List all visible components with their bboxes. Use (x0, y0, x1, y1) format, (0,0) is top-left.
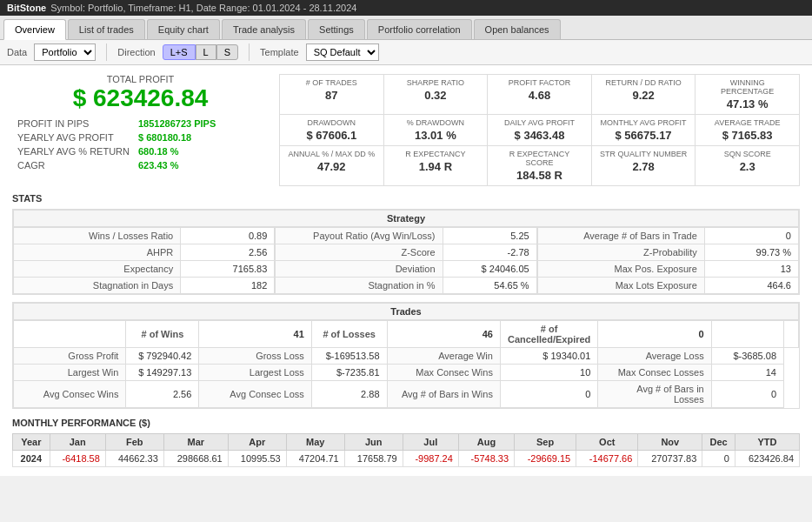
col-nov: Nov (638, 434, 702, 451)
monthly-title: MONTHLY PERFORMANCE ($) (12, 418, 800, 428)
stat-num-trades: # OF TRADES 87 (280, 75, 384, 114)
data-label: Data (7, 47, 27, 57)
tab-nav: Overview List of trades Equity chart Tra… (0, 16, 812, 40)
stat-annual-maxdd: ANNUAL % / MAX DD % 47.92 (280, 146, 384, 185)
stats-row-2: DRAWDOWN $ 67606.1 % DRAWDOWN 13.01 % DA… (280, 115, 799, 146)
data-select[interactable]: Portfolio (34, 44, 96, 61)
trades-section: Trades # of Wins 41 # of Losses 46 # of … (12, 302, 800, 409)
stat-str-quality: STR QUALITY NUMBER 2.78 (592, 146, 696, 185)
template-label: Template (260, 47, 299, 57)
total-profit-label: TOTAL PROFIT (12, 74, 269, 84)
direction-group: L+S L S (163, 44, 238, 60)
col-apr: Apr (228, 434, 286, 451)
app-name: BitStone (7, 3, 46, 13)
table-row: Payout Ratio (Avg Win/Loss) 5.25 (276, 228, 536, 244)
stat-winning-pct: WINNING PERCENTAGE 47.13 % (696, 75, 799, 114)
col-sep: Sep (515, 434, 576, 451)
direction-label: Direction (117, 47, 155, 57)
table-row: AHPR 2.56 (14, 244, 275, 261)
stats-row-3: ANNUAL % / MAX DD % 47.92 R EXPECTANCY 1… (280, 146, 799, 185)
stat-avg-trade: AVERAGE TRADE $ 7165.83 (696, 115, 799, 145)
toolbar: Data Portfolio Direction L+S L S Templat… (0, 40, 812, 65)
col-year: Year (13, 434, 50, 451)
stat-profit-factor: PROFIT FACTOR 4.68 (488, 75, 592, 114)
separator (106, 44, 107, 61)
table-row: Stagnation in % 54.65 % (276, 278, 536, 294)
stat-drawdown: DRAWDOWN $ 67606.1 (280, 115, 384, 145)
col-jul: Jul (403, 434, 458, 451)
stats-grid: # OF TRADES 87 SHARPE RATIO 0.32 PROFIT … (279, 74, 800, 186)
profit-pips-label: PROFIT IN PIPS (14, 117, 133, 130)
yearly-avg-label: YEARLY AVG PROFIT (14, 131, 133, 144)
col-ytd: YTD (735, 434, 799, 451)
stats-title: STATS (12, 193, 800, 204)
tab-open-balances[interactable]: Open balances (474, 19, 561, 39)
title-info: Symbol: Portfolio, Timeframe: H1, Date R… (50, 3, 356, 13)
col-aug: Aug (458, 434, 514, 451)
stat-sharpe: SHARPE RATIO 0.32 (384, 75, 489, 114)
table-row: Z-Probability 99.73 % (537, 244, 798, 261)
tab-portfolio-correlation[interactable]: Portfolio correlation (367, 19, 472, 39)
yearly-return-label: YEARLY AVG % RETURN (14, 145, 133, 157)
table-row: Average # of Bars in Trade 0 (537, 228, 798, 244)
summary-left: TOTAL PROFIT $ 623426.84 PROFIT IN PIPS … (12, 74, 269, 186)
dir-btn-s[interactable]: S (216, 44, 238, 60)
stat-daily-avg: DAILY AVG PROFIT $ 3463.48 (488, 115, 592, 145)
tab-overview[interactable]: Overview (3, 19, 66, 40)
dir-btn-l[interactable]: L (196, 44, 216, 60)
table-row: Largest Win $ 149297.13 Largest Loss $-7… (14, 365, 799, 381)
stat-sqn-score: SQN SCORE 2.3 (696, 146, 799, 185)
table-row: Max Lots Exposure 464.6 (537, 278, 798, 294)
dir-btn-ls[interactable]: L+S (163, 44, 196, 60)
tab-equity-chart[interactable]: Equity chart (147, 19, 220, 39)
stats-row-1: # OF TRADES 87 SHARPE RATIO 0.32 PROFIT … (280, 75, 799, 115)
strategy-col2: Payout Ratio (Avg Win/Loss) 5.25 Z-Score… (275, 227, 536, 294)
col-jan: Jan (50, 434, 105, 451)
cagr-value: 623.43 % (135, 159, 219, 171)
cagr-label: CAGR (14, 159, 133, 171)
stat-pct-drawdown: % DRAWDOWN 13.01 % (384, 115, 489, 145)
summary-sub-table: PROFIT IN PIPS 1851286723 PIPS YEARLY AV… (12, 116, 221, 173)
stat-return-dd: RETURN / DD RATIO 9.22 (592, 75, 696, 114)
col-feb: Feb (105, 434, 163, 451)
table-row: Max Pos. Exposure 13 (537, 261, 798, 278)
main-content: TOTAL PROFIT $ 623426.84 PROFIT IN PIPS … (0, 65, 812, 476)
tab-trade-analysis[interactable]: Trade analysis (222, 19, 306, 39)
table-row: Expectancy 7165.83 (14, 261, 275, 278)
strategy-title: Strategy (13, 210, 799, 227)
monthly-section: MONTHLY PERFORMANCE ($) Year Jan Feb Mar… (12, 418, 800, 467)
table-row: Wins / Losses Ratio 0.89 (14, 228, 275, 244)
table-row: Stagnation in Days 182 (14, 278, 275, 294)
stat-monthly-avg: MONTHLY AVG PROFIT $ 56675.17 (592, 115, 696, 145)
col-dec: Dec (702, 434, 735, 451)
stat-r-expectancy: R EXPECTANCY 1.94 R (384, 146, 489, 185)
separator2 (249, 44, 250, 61)
strategy-col3: Average # of Bars in Trade 0 Z-Probabili… (537, 227, 799, 294)
yearly-return-value: 680.18 % (135, 145, 219, 157)
strategy-section: Strategy Wins / Losses Ratio 0.89 AHPR 2… (12, 209, 800, 295)
stat-r-expectancy-score: R EXPECTANCY SCORE 184.58 R (488, 146, 592, 185)
strategy-cols: Wins / Losses Ratio 0.89 AHPR 2.56 Expec… (13, 227, 799, 294)
monthly-table: Year Jan Feb Mar Apr May Jun Jul Aug Sep… (12, 433, 800, 467)
col-jun: Jun (344, 434, 403, 451)
yearly-avg-value: $ 680180.18 (135, 131, 219, 144)
profit-pips-value: 1851286723 PIPS (135, 117, 219, 130)
title-bar: BitStone Symbol: Portfolio, Timeframe: H… (0, 0, 812, 16)
table-row: Avg Consec Wins 2.56 Avg Consec Loss 2.8… (14, 381, 799, 408)
col-mar: Mar (163, 434, 228, 451)
col-may: May (286, 434, 344, 451)
trades-table: # of Wins 41 # of Losses 46 # of Cancell… (13, 320, 799, 408)
tab-list-of-trades[interactable]: List of trades (68, 19, 145, 39)
table-row: # of Wins 41 # of Losses 46 # of Cancell… (14, 321, 799, 348)
trades-title: Trades (13, 303, 799, 320)
table-row: Gross Profit $ 792940.42 Gross Loss $-16… (14, 348, 799, 365)
table-row: Z-Score -2.78 (276, 244, 536, 261)
table-row: Deviation $ 24046.05 (276, 261, 536, 278)
table-header-row: Year Jan Feb Mar Apr May Jun Jul Aug Sep… (13, 434, 800, 451)
strategy-col1: Wins / Losses Ratio 0.89 AHPR 2.56 Expec… (13, 227, 275, 294)
table-row: 2024-6418.5844662.33298668.6110995.53472… (13, 451, 800, 467)
tab-settings[interactable]: Settings (308, 19, 365, 39)
template-select[interactable]: SQ Default (306, 44, 379, 61)
col-oct: Oct (576, 434, 638, 451)
total-profit-value: $ 623426.84 (12, 84, 269, 112)
